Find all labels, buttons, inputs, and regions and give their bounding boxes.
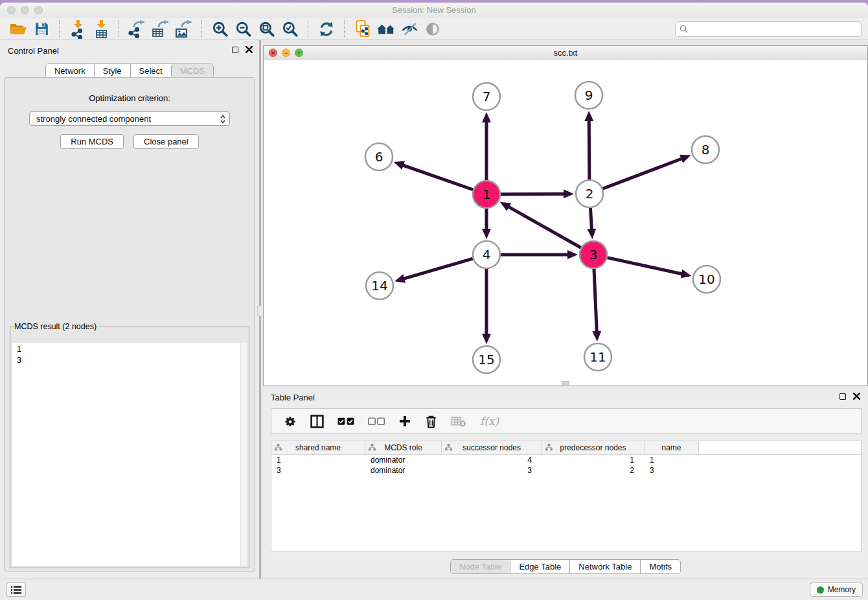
mcds-tab-content: Optimization criterion: strongly connect…	[4, 77, 255, 571]
table-cell[interactable]: dominator	[365, 465, 442, 476]
float-panel-icon[interactable]	[232, 47, 238, 53]
graph-node-4[interactable]: 4	[473, 241, 500, 268]
graph-edge-3-1[interactable]	[508, 207, 581, 248]
delete-icon[interactable]	[425, 415, 437, 428]
delete-table-icon[interactable]	[451, 416, 466, 427]
tab-network[interactable]: Network	[46, 64, 94, 78]
graph-node-3[interactable]: 3	[580, 241, 607, 268]
tab-network-table[interactable]: Network Table	[569, 560, 640, 573]
column-header-mcds-role[interactable]: MCDS role	[365, 441, 442, 454]
add-column-icon[interactable]	[398, 415, 411, 428]
eye-icon[interactable]	[421, 19, 444, 39]
import-table-icon[interactable]	[89, 19, 113, 39]
table-cell[interactable]: 4	[442, 455, 542, 465]
graph-edge-2-3[interactable]	[590, 208, 591, 230]
home-icon[interactable]	[374, 19, 398, 39]
close-panel-icon[interactable]	[853, 393, 860, 400]
graph-node-9[interactable]: 9	[575, 82, 602, 109]
tab-group: NetworkStyleSelectMCDS	[45, 63, 214, 78]
column-header-shared-name[interactable]: shared name	[271, 441, 365, 454]
column-header-predecessor-nodes[interactable]: predecessor nodes	[542, 441, 645, 454]
import-network-icon[interactable]	[66, 19, 89, 39]
graph-node-6[interactable]: 6	[365, 143, 393, 170]
result-scrollbar[interactable]	[240, 343, 247, 566]
graph-node-14[interactable]: 14	[366, 272, 393, 299]
graph-edge-3-10[interactable]	[607, 258, 682, 274]
right-area: ✕ − + scc.txt 79681243141015	[261, 40, 868, 579]
network-canvas[interactable]: 7968124314101511	[264, 60, 867, 386]
app-window: Session: New Session	[0, 3, 868, 600]
memory-button[interactable]: Memory	[810, 583, 863, 597]
column-header-name[interactable]: name	[645, 441, 699, 454]
toolbar-separator	[59, 20, 60, 38]
table-row[interactable]: 3dominator323	[271, 465, 861, 476]
mcds-result-area[interactable]: 1 3	[12, 343, 247, 566]
float-panel-icon[interactable]	[839, 393, 846, 400]
table-cell[interactable]: 2	[542, 465, 645, 476]
network-graph[interactable]: 7968124314101511	[264, 60, 867, 386]
table-cell[interactable]: 3	[442, 465, 542, 476]
tab-style[interactable]: Style	[94, 64, 130, 78]
graph-node-7[interactable]: 7	[473, 83, 500, 110]
task-history-button[interactable]	[6, 583, 26, 597]
graph-edge-1-2[interactable]	[501, 194, 565, 194]
open-icon[interactable]	[6, 19, 30, 39]
table-cell[interactable]: dominator	[365, 455, 442, 465]
toolbar-separator	[119, 20, 120, 38]
graph-node-8[interactable]: 8	[692, 136, 719, 163]
zoom-out-icon[interactable]	[232, 19, 255, 39]
close-panel-button[interactable]: Close panel	[133, 134, 199, 149]
table-cell[interactable]: 3	[271, 465, 365, 476]
function-builder-icon[interactable]: f(x)	[480, 415, 499, 428]
graph-node-1[interactable]: 1	[473, 181, 500, 208]
hide-details-icon[interactable]	[398, 19, 421, 39]
graph-node-2[interactable]: 2	[576, 180, 603, 207]
graph-node-11[interactable]: 11	[584, 343, 611, 371]
duplicate-network-icon[interactable]	[351, 19, 374, 39]
tab-group: Node TableEdge TableNetwork TableMotifs	[450, 559, 681, 574]
table-cell[interactable]: 1	[645, 455, 699, 465]
graph-edge-1-6[interactable]	[402, 165, 473, 190]
deselect-all-icon[interactable]	[368, 417, 385, 426]
tab-select[interactable]: Select	[130, 64, 171, 78]
zoom-in-icon[interactable]	[209, 19, 232, 39]
graph-edge-2-8[interactable]	[603, 158, 683, 189]
maximize-network-button[interactable]: +	[295, 49, 303, 57]
network-resize-grip[interactable]	[562, 381, 569, 386]
run-mcds-button[interactable]: Run MCDS	[60, 134, 124, 149]
table-cell[interactable]: 3	[645, 465, 699, 476]
search-box	[675, 21, 862, 37]
zoom-selected-icon[interactable]	[279, 19, 302, 39]
table-cell[interactable]: 1	[271, 455, 365, 465]
graph-edge-2-9[interactable]	[589, 120, 589, 179]
graph-node-15[interactable]: 15	[473, 346, 500, 373]
graph-edge-3-11[interactable]	[594, 269, 597, 332]
tab-edge-table[interactable]: Edge Table	[510, 560, 569, 573]
export-network-icon[interactable]	[126, 19, 149, 39]
tab-motifs[interactable]: Motifs	[640, 560, 680, 573]
main-toolbar	[0, 18, 868, 40]
export-table-icon[interactable]	[149, 19, 172, 39]
table-row[interactable]: 1dominator411	[271, 455, 861, 465]
tab-node-table[interactable]: Node Table	[451, 560, 510, 573]
graph-node-10[interactable]: 10	[693, 266, 720, 293]
graph-edge-4-14[interactable]	[403, 259, 472, 279]
export-image-icon[interactable]	[172, 19, 196, 39]
tab-mcds[interactable]: MCDS	[171, 64, 213, 78]
zoom-fit-icon[interactable]	[255, 19, 279, 39]
refresh-layout-icon[interactable]	[315, 19, 338, 39]
table-body: 1dominator4113dominator323	[271, 455, 861, 476]
search-input[interactable]	[675, 21, 862, 37]
table-cell[interactable]: 1	[542, 455, 645, 465]
toggle-panel-icon[interactable]	[310, 415, 324, 428]
criterion-select[interactable]: strongly connected component	[29, 111, 230, 126]
settings-gear-icon[interactable]	[283, 415, 297, 428]
close-network-button[interactable]: ✕	[269, 49, 277, 57]
column-header-successor-nodes[interactable]: successor nodes	[442, 441, 542, 454]
minimize-network-button[interactable]: −	[282, 49, 290, 57]
save-icon[interactable]	[30, 19, 53, 39]
select-all-icon[interactable]	[337, 417, 354, 426]
close-panel-icon[interactable]	[246, 46, 253, 53]
svg-text:14: 14	[371, 278, 387, 294]
svg-text:4: 4	[483, 247, 491, 262]
